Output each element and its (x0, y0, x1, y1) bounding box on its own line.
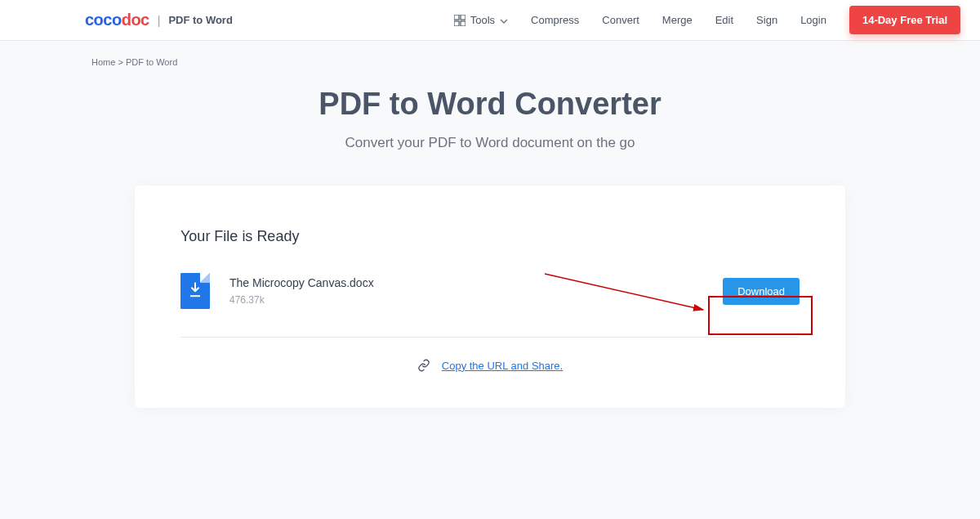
header: cocodoc | PDF to Word Tools Compress Con… (0, 0, 980, 41)
ready-heading: Your File is Ready (180, 228, 800, 245)
copy-url-link[interactable]: Copy the URL and Share. (442, 360, 563, 372)
file-download-icon (180, 273, 210, 309)
svg-rect-1 (461, 15, 466, 20)
page-subtitle: Convert your PDF to Word document on the… (0, 135, 980, 151)
svg-rect-2 (454, 21, 459, 26)
download-button[interactable]: Download (723, 278, 800, 305)
chevron-down-icon (500, 14, 508, 26)
page-title: PDF to Word Converter (0, 87, 980, 122)
svg-rect-4 (190, 295, 200, 297)
nav-login[interactable]: Login (800, 14, 826, 26)
svg-rect-3 (461, 21, 466, 26)
result-card: Your File is Ready The Microcopy Canvas.… (135, 186, 845, 408)
file-row: The Microcopy Canvas.docx 476.37k Downlo… (180, 273, 800, 338)
file-size: 476.37k (229, 294, 723, 306)
logo[interactable]: cocodoc | PDF to Word (85, 11, 233, 29)
nav-convert[interactable]: Convert (602, 14, 639, 26)
nav: Tools Compress Convert Merge Edit Sign L… (454, 6, 960, 34)
logo-text-doc: doc (122, 11, 149, 29)
svg-rect-0 (454, 15, 459, 20)
link-icon (417, 359, 430, 372)
nav-sign[interactable]: Sign (756, 14, 777, 26)
nav-tools-label: Tools (470, 14, 495, 26)
nav-tools[interactable]: Tools (454, 14, 508, 26)
nav-compress[interactable]: Compress (531, 14, 579, 26)
share-row: Copy the URL and Share. (180, 359, 800, 372)
logo-separator: | (158, 14, 161, 27)
file-name: The Microcopy Canvas.docx (229, 276, 723, 289)
free-trial-button[interactable]: 14-Day Free Trial (849, 6, 960, 34)
file-meta: The Microcopy Canvas.docx 476.37k (229, 276, 723, 306)
page-body: Home > PDF to Word PDF to Word Converter… (0, 41, 980, 519)
grid-icon (454, 15, 466, 26)
logo-label: PDF to Word (168, 14, 232, 26)
nav-merge[interactable]: Merge (662, 14, 693, 26)
logo-text-coco: coco (85, 11, 122, 29)
nav-edit[interactable]: Edit (715, 14, 733, 26)
breadcrumb[interactable]: Home > PDF to Word (0, 57, 980, 87)
